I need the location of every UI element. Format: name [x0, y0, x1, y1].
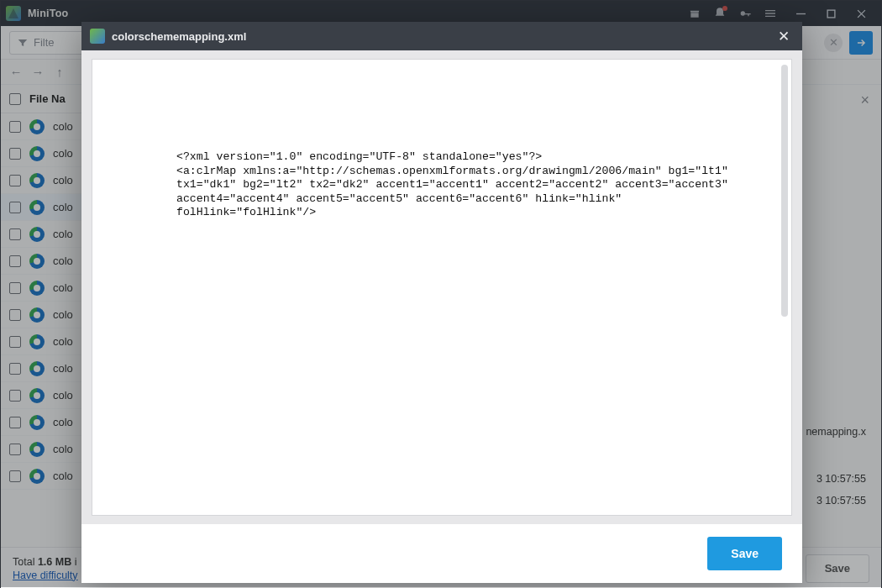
modal-title: colorschememapping.xml: [112, 30, 246, 43]
modal-body: <?xml version="1.0" encoding="UTF-8" sta…: [81, 50, 802, 524]
modal-header: colorschememapping.xml ✕: [81, 22, 802, 50]
xml-content[interactable]: <?xml version="1.0" encoding="UTF-8" sta…: [92, 60, 791, 220]
modal-footer: Save: [81, 524, 802, 583]
preview-modal: colorschememapping.xml ✕ <?xml version="…: [81, 22, 802, 583]
save-button[interactable]: Save: [707, 537, 782, 570]
modal-logo-icon: [90, 29, 105, 44]
document-preview: <?xml version="1.0" encoding="UTF-8" sta…: [92, 59, 792, 516]
modal-close-button[interactable]: ✕: [774, 28, 794, 45]
app-window: MiniToo Filte ✕ ← → ↑: [0, 0, 882, 588]
scrollbar[interactable]: [781, 65, 788, 317]
